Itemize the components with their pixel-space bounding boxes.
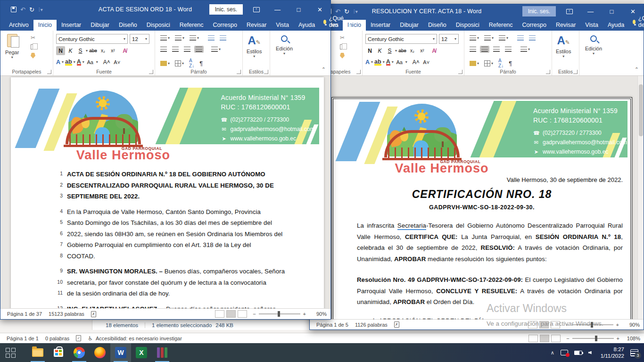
right-document-page[interactable]: Valle HermosoGAD PARROQUIAL Acuerdo Mini… (331, 97, 632, 319)
align-right-button[interactable] (492, 46, 501, 53)
borders-button[interactable]: ▾ (483, 59, 495, 67)
tab-insertar[interactable]: Insertar (57, 20, 86, 31)
tab-vista[interactable]: Vista (271, 20, 294, 31)
proofing-error-icon[interactable]: ✗ (394, 321, 399, 328)
undo-icon[interactable]: ↶ (335, 8, 340, 15)
tab-archivo[interactable]: Archivo (4, 20, 33, 31)
borders-button[interactable]: ▾ (173, 59, 185, 67)
taskbar-file-explorer[interactable] (27, 343, 48, 362)
bullet-list-button[interactable]: ▾ (468, 34, 480, 41)
shrink-font-button[interactable]: A˅ (422, 58, 431, 66)
volume-icon[interactable] (588, 351, 592, 354)
highlight-color-icon[interactable]: ab (65, 58, 72, 66)
italic-button[interactable]: K (375, 46, 384, 55)
multilevel-list-button[interactable]: ▾ (497, 34, 510, 41)
font-size-select[interactable]: 12 ▾ (130, 34, 149, 44)
taskbar-chrome[interactable] (69, 343, 90, 362)
tab-vista[interactable]: Vista (580, 20, 603, 31)
left-document-area[interactable]: Valle HermosoGAD PARROQUIAL Acuerdo Mini… (0, 76, 330, 308)
italic-button[interactable]: K (66, 46, 75, 55)
align-center-button[interactable] (171, 46, 180, 53)
zoom-in-button[interactable]: + (616, 322, 619, 328)
subscript-button[interactable]: x₂ (408, 46, 417, 55)
customize-qat-icon[interactable]: ᎒▾ (38, 7, 43, 12)
align-left-button[interactable] (159, 46, 168, 53)
left-title-bar[interactable]: ↶ ↻ ᎒▾ ACTA DE SESION ORD 18 - Word Inic… (0, 0, 330, 18)
tray-clock[interactable]: 8:27 1/11/2022 (601, 346, 624, 359)
superscript-button[interactable]: x² (418, 46, 427, 55)
font-color-icon[interactable]: A (77, 58, 81, 66)
web-layout-icon[interactable] (551, 335, 561, 342)
customize-qat-icon[interactable]: ᎒▾ (353, 9, 358, 14)
left-word-count[interactable]: 15123 palabras (49, 311, 84, 317)
paste-button[interactable]: Pegar ▾ (5, 34, 19, 59)
font-name-select[interactable]: Century Gothic ▾ (56, 34, 128, 44)
right-vertical-scrollbar[interactable] (637, 76, 644, 319)
background-page-indicator[interactable]: Página 1 de 1 (7, 336, 39, 341)
grow-font-button[interactable]: A˄ (102, 58, 111, 66)
styles-button[interactable]: A✎ Estilos ▾ (247, 34, 262, 58)
sort-button[interactable]: AZ↓ (497, 57, 505, 69)
line-spacing-button[interactable]: ▾ (210, 46, 222, 53)
shading-button[interactable]: ▾ (468, 60, 480, 67)
paragraph-dialog-launcher[interactable] (237, 70, 241, 74)
taskbar-winrar[interactable] (152, 343, 173, 362)
read-mode-icon[interactable] (528, 335, 538, 342)
bold-button[interactable]: N (56, 46, 65, 55)
tell-me-search[interactable]: ¿Qué des (320, 15, 349, 31)
font-size-select[interactable]: 12 ▾ (439, 34, 459, 44)
styles-dialog-launcher[interactable] (573, 70, 578, 74)
print-layout-icon[interactable] (540, 335, 549, 342)
left-zoom-level[interactable]: 90% (311, 311, 327, 317)
increase-indent-button[interactable] (218, 34, 228, 41)
background-word-count[interactable]: 0 palabras (45, 336, 69, 341)
editing-button[interactable]: Edición ▾ (276, 35, 293, 56)
decrease-indent-button[interactable] (516, 34, 525, 41)
shrink-font-button[interactable]: A˅ (113, 58, 122, 66)
right-title-bar[interactable]: ↶ ↻ ᎒▾ RESOLUCION Y CERT. ACTA 18 - Word… (310, 4, 644, 18)
cut-icon[interactable]: ✂ (340, 34, 345, 41)
taskbar-excel[interactable]: X (131, 343, 152, 362)
clear-formatting-icon[interactable]: A̸ (120, 46, 129, 55)
ribbon-display-options-icon[interactable]: ↑ (246, 0, 267, 18)
sign-in-button[interactable]: Inic. ses. (522, 6, 556, 16)
underline-button[interactable]: S (76, 46, 85, 55)
redo-icon[interactable]: ↻ (29, 6, 34, 13)
accessibility-status[interactable]: ♿Accesibilidad: es necesario investigar (88, 335, 182, 342)
right-zoom-level[interactable]: 90% (624, 322, 640, 328)
undo-icon[interactable]: ↶ (20, 6, 25, 13)
tab-diseño[interactable]: Diseño (423, 20, 451, 31)
copy-icon[interactable] (340, 44, 344, 49)
action-center-icon[interactable]: 3 (630, 349, 638, 356)
multilevel-list-button[interactable]: ▾ (188, 34, 200, 41)
right-page-indicator[interactable]: Página 1 de 5 (316, 322, 348, 328)
change-case-button[interactable]: Aa (86, 58, 95, 66)
text-effects-icon[interactable]: A (365, 59, 370, 66)
battery-icon[interactable] (574, 351, 582, 355)
tab-correspo[interactable]: Correspo (518, 20, 551, 31)
taskbar-microsoft-store[interactable] (48, 343, 69, 362)
tab-disposici[interactable]: Disposici (142, 20, 175, 31)
tab-correspo[interactable]: Correspo (208, 20, 242, 31)
ribbon-display-options-icon[interactable]: ↑ (559, 4, 580, 18)
web-layout-icon[interactable] (238, 310, 247, 318)
tab-dibujar[interactable]: Dibujar (86, 20, 114, 31)
tab-dibujar[interactable]: Dibujar (395, 20, 423, 31)
right-word-count[interactable]: 1126 palabras (355, 322, 388, 328)
line-spacing-button[interactable]: ▾ (519, 46, 531, 53)
background-zoom-level[interactable]: 108% (624, 336, 640, 341)
font-color-icon[interactable]: A (386, 58, 390, 66)
styles-dialog-launcher[interactable] (264, 70, 268, 74)
tab-ayuda[interactable]: Ayuda (603, 20, 629, 31)
tab-disposici[interactable]: Disposici (451, 20, 484, 31)
redo-icon[interactable]: ↻ (344, 8, 349, 15)
tab-referenc[interactable]: Referenc (175, 20, 208, 31)
align-right-button[interactable] (182, 46, 192, 53)
styles-button[interactable]: A✎ Estilos ▾ (556, 34, 571, 58)
clipboard-dialog-launcher[interactable] (356, 70, 361, 74)
format-painter-icon[interactable] (31, 53, 35, 58)
proofing-error-icon[interactable]: ✗ (91, 311, 96, 317)
numbered-list-button[interactable]: ▾ (173, 34, 186, 41)
highlight-color-icon[interactable]: ab (374, 58, 381, 66)
taskbar-word[interactable]: W (110, 343, 131, 362)
